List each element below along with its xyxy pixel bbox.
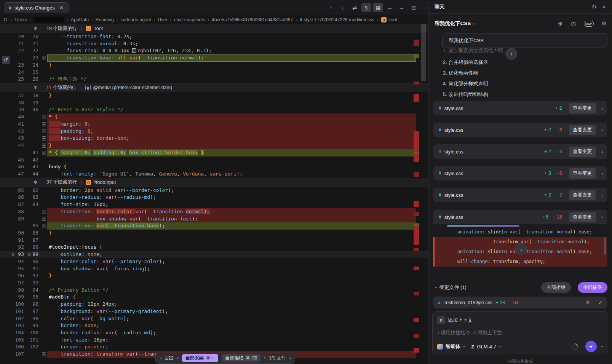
collapse-chevron-icon[interactable]: › <box>600 216 605 218</box>
diff-row[interactable]: 44−} <box>0 142 428 149</box>
diff-row[interactable]: 3940/* Reset & Base Styles */ <box>0 106 428 113</box>
swap-diff-icon[interactable]: ⇄ <box>350 3 360 12</box>
view-changes-button[interactable]: 查看变更 <box>569 212 596 222</box>
view-changes-button[interactable]: 查看变更 <box>569 168 596 179</box>
diff-row[interactable]: 9692} <box>0 272 428 279</box>
agent-selector[interactable]: 智能体 <box>446 343 460 350</box>
removed-line-marker[interactable]: − <box>42 136 46 140</box>
expand-chevron-icon[interactable]: › <box>602 127 603 133</box>
diff-row[interactable]: 85+ transition: var(--transition-base); <box>0 222 428 230</box>
close-panel-icon[interactable]: × <box>602 3 606 10</box>
breadcrumb-item[interactable]: {}:root <box>381 17 397 22</box>
tab-style-css-changes[interactable]: # style.css Changes ✕ <box>4 2 69 13</box>
file-change-card[interactable]: #style.css+ 2查看变更› <box>433 101 607 115</box>
breadcrumb-item[interactable]: 4bce5a75266e4079b0361dd4381ad387 <box>212 17 293 22</box>
changed-file-row[interactable]: # TestDemo_01\style.css + 23 - 64 ✕ ✓ <box>433 297 607 308</box>
mcp-icon[interactable]: MCP <box>584 21 594 27</box>
prev-diff-icon[interactable]: › <box>158 357 163 359</box>
view-changes-button[interactable]: 查看变更 <box>569 147 596 157</box>
diff-row[interactable]: 9591 box-shadow: var(--focus-ring); <box>0 265 428 273</box>
removed-line-marker[interactable]: − <box>42 129 46 133</box>
reject-all-button[interactable]: 全部拒绝 ⌘ ⌫ <box>222 354 260 362</box>
diff-row[interactable]: 41+* { margin: 0; padding: 0; box-sizing… <box>0 149 428 156</box>
collapse-section-icon[interactable]: › <box>433 287 438 288</box>
history-icon[interactable]: ◷ <box>571 20 576 27</box>
diff-row[interactable]: 40−* { <box>0 113 428 121</box>
forward-icon[interactable]: → <box>397 3 407 12</box>
breadcrumb-item[interactable]: chat-snapshots <box>174 17 205 22</box>
diff-row[interactable]: 10298 color: var(--bg-white); <box>0 315 428 322</box>
model-dropdown-icon[interactable]: › <box>497 346 502 347</box>
file-change-card[interactable]: #style.css+ 3- 6查看变更› <box>433 166 607 180</box>
inline-diff-scrollbar[interactable] <box>604 237 606 255</box>
diff-row[interactable]: 9187 <box>0 237 428 244</box>
expand-hidden-lines-icon[interactable]: ✻ <box>34 26 43 31</box>
diff-row[interactable]: 2222 --focus-ring: 0 0 0 3px rgba(102, 1… <box>0 47 428 54</box>
breadcrumb-item[interactable]: Users <box>15 17 27 22</box>
add-context-chip[interactable]: # 添加上下文 <box>437 316 473 324</box>
diff-row[interactable]: 89− box-shadow var(--transition-fast); <box>0 216 428 223</box>
back-icon[interactable]: ← <box>385 3 395 12</box>
breadcrumb-item[interactable]: #style.1770033247228-modified.css <box>300 17 374 22</box>
breadcrumb-item[interactable]: AppData <box>71 17 89 22</box>
added-line-marker[interactable]: + <box>42 224 46 228</box>
expand-chevron-icon[interactable]: › <box>602 149 603 155</box>
diff-row[interactable]: 3738} <box>0 92 428 99</box>
next-diff-icon[interactable]: › <box>175 357 180 359</box>
diff-row[interactable]: 2121 --transition-normal: 0.3s; <box>0 40 428 48</box>
reject-file-icon[interactable]: ✕ <box>586 300 590 305</box>
diff-row[interactable]: 41− margin: 0; <box>0 121 428 128</box>
diff-row[interactable]: 105101 font-size: 16px; <box>0 337 428 344</box>
next-change-icon[interactable]: ↓ <box>338 3 348 12</box>
expand-hidden-lines-icon[interactable]: ✻ <box>34 180 43 185</box>
added-line-marker[interactable]: + <box>42 56 46 60</box>
revert-change-button[interactable]: ↺ <box>2 56 10 64</box>
close-tab-icon[interactable]: ✕ <box>59 5 64 11</box>
accept-all-files-button[interactable]: 全部接受 <box>578 282 607 293</box>
diff-row[interactable]: 9086} <box>0 230 428 237</box>
diff-row[interactable]: 43− box-sizing: border-box; <box>0 135 428 142</box>
breadcrumb-item[interactable]: C: <box>4 17 8 22</box>
removed-line-marker[interactable]: − <box>42 352 46 356</box>
minimap-icon[interactable]: ▦ <box>373 3 383 12</box>
diff-row[interactable]: 8784 font-size: 16px; <box>0 201 428 208</box>
hidden-lines-header[interactable]: ✻11 个隐藏的行|{}@media (prefers-color-scheme… <box>0 83 428 92</box>
diff-row[interactable]: 106102 cursor: pointer; <box>0 343 428 351</box>
diff-row[interactable]: 9995#addBtn { <box>0 294 428 301</box>
removed-line-marker[interactable]: − <box>42 217 46 221</box>
session-title[interactable]: 帮我优化下CSS <box>435 20 471 27</box>
diff-row[interactable]: 10096 padding: 12px 24px; <box>0 301 428 308</box>
breadcrumb-item[interactable]: User <box>158 17 167 22</box>
diff-row[interactable]: 4542 <box>0 156 428 164</box>
expand-chevron-icon[interactable]: › <box>602 192 603 198</box>
diff-row[interactable]: 23+ --transition-base: all var(--transit… <box>0 54 428 62</box>
diff-row[interactable]: 4643body { <box>0 163 428 171</box>
send-options-icon[interactable]: › <box>600 346 605 347</box>
removed-line-marker[interactable]: − <box>42 115 46 119</box>
scroll-to-bottom-button[interactable]: ↓ <box>515 243 527 255</box>
removed-line-marker[interactable]: − <box>42 122 46 126</box>
chat-input-box[interactable]: # 添加上下文 / 调用快捷指令, # 添加上下文 智能体 › Z GLM-4.… <box>432 311 608 354</box>
breadcrumb[interactable]: C:›Users››AppData›Roaming›codearts-agent… <box>0 15 432 24</box>
prev-file-icon[interactable]: › <box>264 356 265 361</box>
refresh-icon[interactable]: ↻ <box>592 3 597 10</box>
session-chevron-icon[interactable]: › <box>473 21 475 27</box>
breadcrumb-item[interactable]: codearts-agent <box>120 17 151 22</box>
hidden-lines-header[interactable]: ✻19 个隐藏的行|{}:root <box>0 24 428 33</box>
editor-scrollbar[interactable] <box>421 24 426 81</box>
reject-all-files-button[interactable]: 全部拒绝 <box>541 282 571 293</box>
view-changes-button[interactable]: 查看变更 <box>569 190 596 200</box>
file-change-card[interactable]: #style.css+ 2- 3查看变更› <box>433 144 607 159</box>
accept-all-button[interactable]: 全部采纳 ⌘ ↵ <box>182 354 218 362</box>
scroll-to-top-button[interactable]: ↑ <box>505 48 517 60</box>
diff-row[interactable]: 9490 border-color: var(--primary-color); <box>0 258 428 265</box>
diff-row[interactable]: 42− padding: 0; <box>0 128 428 135</box>
diff-row[interactable]: 88− transition: border-color var(--trans… <box>0 208 428 216</box>
breadcrumb-item[interactable]: Roaming <box>96 17 114 22</box>
settings-gear-icon[interactable]: ⚙ <box>602 20 607 27</box>
diff-row[interactable]: 2526/* 暗色主题 */ <box>0 76 428 83</box>
accept-file-icon[interactable]: ✓ <box>598 300 602 305</box>
new-chat-icon[interactable]: ⊕ <box>558 20 563 27</box>
file-change-card[interactable]: #style.css+ 2- 2查看变更› <box>433 188 607 202</box>
added-line-marker[interactable]: + <box>42 151 46 155</box>
